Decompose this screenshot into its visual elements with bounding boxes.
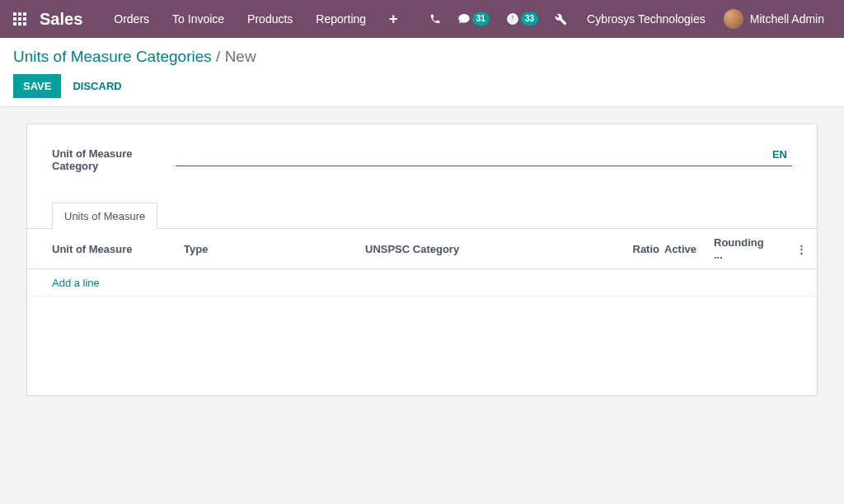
- nav-orders[interactable]: Orders: [102, 0, 161, 38]
- col-rounding[interactable]: Rounding ...: [714, 229, 796, 269]
- phone-icon[interactable]: [421, 13, 449, 25]
- user-name: Mitchell Admin: [750, 12, 824, 26]
- user-menu[interactable]: Mitchell Admin: [717, 9, 831, 29]
- col-unspsc[interactable]: UNSPSC Category: [365, 229, 619, 269]
- uom-table: Unit of Measure Type UNSPSC Category Rat…: [27, 228, 817, 395]
- activities-icon[interactable]: 33: [498, 12, 546, 26]
- kebab-icon[interactable]: ⋮: [796, 229, 817, 269]
- top-navbar: Sales Orders To Invoice Products Reporti…: [0, 0, 844, 38]
- tab-units-of-measure[interactable]: Units of Measure: [52, 203, 157, 229]
- save-button[interactable]: SAVE: [13, 74, 61, 98]
- nav-products[interactable]: Products: [236, 0, 304, 38]
- nav-reporting[interactable]: Reporting: [304, 0, 377, 38]
- breadcrumb-sep: /: [212, 48, 225, 65]
- table-row: Add a line: [27, 269, 817, 296]
- company-switcher[interactable]: Cybrosys Technologies: [575, 12, 717, 26]
- col-uom[interactable]: Unit of Measure: [27, 229, 184, 269]
- discard-button[interactable]: DISCARD: [73, 80, 121, 92]
- nav-to-invoice[interactable]: To Invoice: [161, 0, 236, 38]
- apps-icon[interactable]: [13, 12, 26, 26]
- messages-badge: 31: [472, 12, 490, 26]
- category-label: Unit of Measure Category: [52, 146, 176, 172]
- control-panel: Units of Measure Categories / New SAVE D…: [0, 38, 844, 107]
- messages-icon[interactable]: 31: [449, 12, 498, 26]
- form-sheet: Unit of Measure Category EN Units of Mea…: [26, 124, 818, 396]
- plus-icon[interactable]: +: [377, 11, 410, 28]
- col-type[interactable]: Type: [184, 229, 365, 269]
- lang-badge[interactable]: EN: [767, 148, 792, 161]
- app-brand[interactable]: Sales: [40, 10, 82, 29]
- breadcrumb-root[interactable]: Units of Measure Categories: [13, 48, 212, 65]
- debug-icon[interactable]: [546, 13, 575, 26]
- category-input[interactable]: [176, 146, 767, 162]
- col-active[interactable]: Active: [664, 229, 714, 269]
- avatar: [724, 9, 743, 29]
- col-ratio[interactable]: Ratio: [619, 229, 664, 269]
- breadcrumb-current: New: [225, 48, 256, 65]
- activities-badge: 33: [521, 12, 538, 26]
- breadcrumb: Units of Measure Categories / New: [13, 48, 831, 66]
- add-line-link[interactable]: Add a line: [52, 277, 100, 289]
